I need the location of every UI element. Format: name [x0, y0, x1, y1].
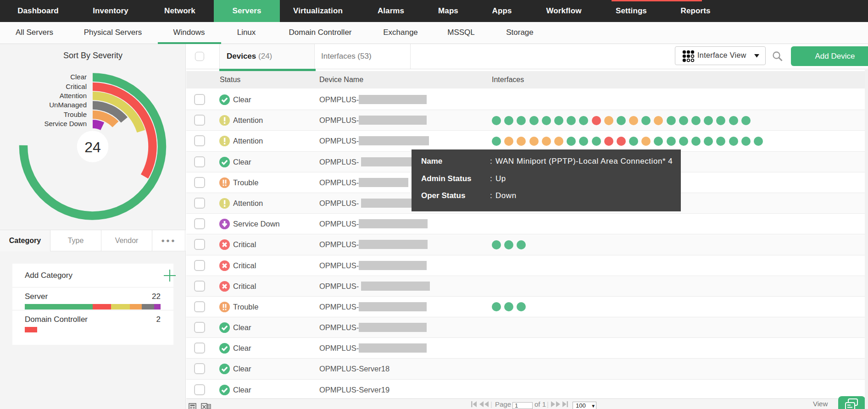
svg-text:24: 24: [84, 139, 101, 155]
